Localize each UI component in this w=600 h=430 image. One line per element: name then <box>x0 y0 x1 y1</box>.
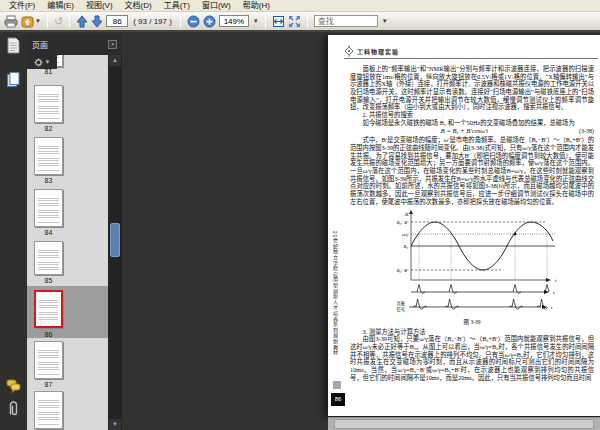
export-icon <box>21 15 34 28</box>
search-input[interactable] <box>314 15 378 27</box>
spine-ornament <box>333 381 341 389</box>
running-header-text: 工科物理实验 <box>357 47 399 56</box>
header-ornament-icon <box>344 45 354 57</box>
menu-file[interactable]: 文件(F) <box>3 0 41 12</box>
thumbnail-label: 83 <box>27 177 70 184</box>
panel-options-button[interactable]: ▪ <box>108 40 117 49</box>
toolbar-separator <box>307 14 308 28</box>
signal-row-t-label: t <box>551 305 553 310</box>
section-2-title: 2. 共振信号的搜索 <box>350 111 594 119</box>
thumbnail-label: 85 <box>27 277 70 284</box>
comments-panel-icon[interactable] <box>6 379 22 397</box>
page-number-badge: 86 <box>331 393 345 406</box>
toolbar-separator <box>180 14 181 28</box>
paragraph: 式中，B′是交变磁场的幅度；ω′是市电的角频率。总磁场在（B₀−B′）～（B₀+… <box>350 136 594 205</box>
previous-page-button[interactable] <box>76 13 88 29</box>
menu-tools[interactable]: 工具(T) <box>158 0 196 12</box>
zoom-level-input[interactable] <box>219 15 249 27</box>
spike-row-t-label: t <box>553 290 555 295</box>
zoom-caret-icon[interactable]: ▼ <box>253 18 259 24</box>
thumbnail-page[interactable] <box>34 85 63 123</box>
level-label-b0-plus: B₀+B′ <box>397 220 409 225</box>
menu-window[interactable]: 窗口(W) <box>196 0 237 12</box>
paragraph: 面板上的“频率输出”和“NMR输出”分别与频率计和示波器连接，把示波器的扫描速度… <box>350 65 594 111</box>
menu-document[interactable]: 文档(D) <box>119 0 158 12</box>
thumbnail-label: 82 <box>27 125 70 132</box>
thumbnail-list[interactable]: 81 82 83 84 85 <box>27 55 108 430</box>
equation-text: B = B₀ + B′cosω′t <box>350 127 579 135</box>
thumbnail-label: 81 <box>27 68 70 75</box>
panel-scrollbar[interactable]: ▲ ▼ <box>108 55 122 430</box>
equation-3-38: B = B₀ + B′cosω′t (3-38) <box>350 127 594 135</box>
navigation-strip <box>0 34 27 430</box>
fit-page-icon <box>288 15 301 28</box>
pages-panel-header: 页面 ▪ <box>27 34 122 55</box>
layers-panel-icon[interactable] <box>6 71 21 92</box>
previous-view-icon[interactable]: ↺ <box>54 13 63 29</box>
search-caret-icon[interactable]: ▼ <box>382 18 388 24</box>
gear-icon <box>34 58 43 67</box>
resonance-signal-trace <box>409 299 548 309</box>
signal-label-line1: 共振 <box>397 300 406 307</box>
toolbar-separator <box>47 14 48 28</box>
thumbnail-page-selected[interactable] <box>34 290 63 328</box>
page-body-text: 面板上的“频率输出”和“NMR输出”分别与频率计和示波器连接，把示波器的扫描速度… <box>350 65 594 381</box>
export-button[interactable]: ▼ <box>21 13 41 29</box>
zoom-out-icon <box>187 15 200 28</box>
thumbnail-page[interactable] <box>34 241 63 275</box>
fit-page-button[interactable] <box>288 13 301 29</box>
fit-width-icon <box>272 15 285 28</box>
zoom-out-button[interactable] <box>187 13 200 29</box>
toolbar: ▼ ↺ ( 93 / 197 ) <box>0 12 600 32</box>
toolbar-separator <box>265 14 266 28</box>
zoom-in-icon <box>203 15 216 28</box>
header-rule <box>344 58 598 59</box>
pdf-viewer-window: 文件(F) 编辑(E) 视图(V) 文档(D) 工具(T) 窗口(W) 帮助(H… <box>0 0 600 430</box>
thumbnail-label: 84 <box>27 229 70 236</box>
horizontal-scrollbar[interactable] <box>328 417 600 430</box>
pages-panel-icon[interactable] <box>6 37 21 58</box>
scroll-up-button[interactable]: ▲ <box>109 55 121 66</box>
thumbnail-page[interactable] <box>34 341 63 379</box>
scroll-down-button[interactable]: ▼ <box>109 419 121 430</box>
page-count-label: ( 93 / 197 ) <box>133 17 172 26</box>
thumbnail-page[interactable] <box>34 137 63 175</box>
paragraph: 如今磁场是永久磁铁的磁场 B₀ 和一个50Hz的交变磁场叠加的结果，总磁场为 <box>350 119 594 127</box>
zoom-in-button[interactable] <box>203 13 216 29</box>
level-label-b0: B₀ <box>404 244 409 249</box>
next-page-button[interactable] <box>91 13 103 29</box>
export-caret-icon: ▼ <box>35 18 41 24</box>
thumbnail-page[interactable] <box>34 391 63 429</box>
toolbar-separator <box>69 14 70 28</box>
attachments-panel-icon[interactable] <box>6 400 21 422</box>
pages-panel-title: 页面 <box>32 39 48 50</box>
equation-number: (3-38) <box>579 128 594 135</box>
horizontal-scrollbar-thumb[interactable] <box>334 419 594 429</box>
document-canvas[interactable]: 工科物理实验 面板上的“频率输出”和“NMR输出”分别与频率计和示波器连接，把示… <box>122 34 600 430</box>
menu-bar: 文件(F) 编辑(E) 视图(V) 文档(D) 工具(T) 窗口(W) 帮助(H… <box>0 0 600 12</box>
signal-label-line2: 信号 <box>397 306 405 313</box>
content-region: 页面 ▪ ▼ 81 82 <box>0 34 600 430</box>
level-label-omega-gamma: ω/γ <box>402 232 409 237</box>
thumbnail-page[interactable] <box>34 189 63 227</box>
thumbnail-label: 86 <box>27 331 70 338</box>
level-label-b0-minus: B₀−B′ <box>397 268 409 273</box>
thumbnail-label: 87 <box>27 381 70 388</box>
printer-icon[interactable] <box>4 13 18 29</box>
book-spine-text: 21世纪独立学院应用型创新人才培养系列规划教材 <box>332 231 339 391</box>
resonance-drop-lines <box>419 234 547 280</box>
resonance-time-spikes <box>411 285 549 294</box>
fit-width-button[interactable] <box>272 13 285 29</box>
panel-scrollbar-thumb[interactable] <box>110 223 120 257</box>
menu-view[interactable]: 视图(V) <box>80 0 119 12</box>
paragraph: 由图3-39可知，只要ω/γ落在（B₀−B′）～（B₀+B′）范围内就能观察到共… <box>350 335 594 381</box>
figure-caption: 图 3-39 <box>379 319 565 326</box>
figure-y-axis-label: B <box>405 212 408 217</box>
document-page[interactable]: 工科物理实验 面板上的“频率输出”和“NMR输出”分别与频率计和示波器连接，把示… <box>328 35 600 416</box>
menu-edit[interactable]: 编辑(E) <box>41 0 80 12</box>
page-number-input[interactable] <box>106 15 128 27</box>
page-up-icon <box>76 15 88 28</box>
resonance-figure: B t B₀+B′ ω/γ B₀ B₀−B′ <box>379 208 565 316</box>
menu-help[interactable]: 帮助(H) <box>237 0 276 12</box>
panel-gear-button[interactable]: ▼ <box>27 55 57 69</box>
